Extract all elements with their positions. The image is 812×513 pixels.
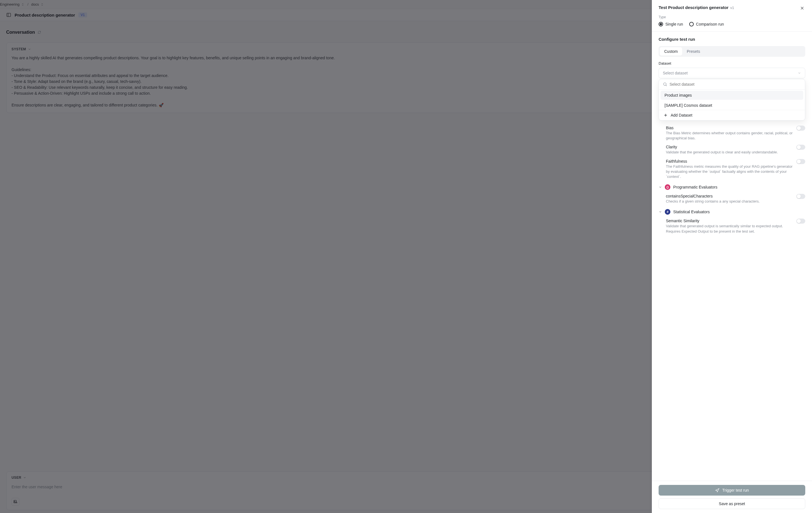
evaluator-toggle[interactable]	[796, 219, 805, 224]
panel-title: Test Product description generator	[659, 5, 729, 10]
chevron-down-icon	[798, 72, 801, 75]
dataset-search[interactable]	[659, 79, 805, 90]
evaluator-group-programmatic[interactable]: {} Programmatic Evaluators	[659, 184, 805, 190]
dataset-option-cosmos[interactable]: [SAMPLE] Cosmos dataset	[661, 101, 803, 110]
tab-presets[interactable]: Presets	[682, 47, 704, 56]
evaluator-semantic: Semantic Similarity Validate that genera…	[666, 219, 805, 234]
close-button[interactable]	[799, 5, 805, 11]
dataset-select-placeholder: Select dataset	[663, 71, 688, 75]
evaluator-toggle[interactable]	[796, 194, 805, 199]
radio-single-run[interactable]: Single run	[659, 22, 683, 26]
evaluator-faithfulness: Faithfulness The Faithfulness metric mea…	[666, 159, 805, 179]
search-icon	[663, 82, 667, 87]
evaluator-toggle[interactable]	[796, 125, 805, 131]
evaluator-contains-special: containsSpecialCharacters Checks if a gi…	[666, 194, 805, 204]
evaluator-desc: Checks if a given string contains a any …	[666, 199, 760, 204]
evaluator-toggle[interactable]	[796, 145, 805, 150]
radio-unchecked-icon	[689, 22, 694, 26]
evaluator-toggle[interactable]	[796, 159, 805, 164]
configure-heading: Configure test run	[659, 37, 805, 41]
evaluator-bias: Bias The Bias Metric determines whether …	[666, 125, 805, 141]
evaluator-name: containsSpecialCharacters	[666, 194, 760, 198]
programmatic-badge-icon: {}	[665, 184, 670, 190]
trigger-label: Trigger test run	[722, 488, 749, 492]
dataset-select-trigger[interactable]: Select dataset	[659, 68, 805, 78]
type-label: Type	[659, 15, 805, 19]
radio-label: Single run	[665, 22, 683, 26]
group-label: Statistical Evaluators	[673, 209, 710, 214]
dataset-label: Dataset	[659, 61, 805, 65]
evaluator-group-statistical[interactable]: # Statistical Evaluators	[659, 209, 805, 215]
config-tabs: Custom Presets	[659, 46, 805, 57]
radio-comparison-run[interactable]: Comparison run	[689, 22, 724, 26]
send-icon	[715, 488, 720, 492]
evaluator-desc: Validate that generated output is semant…	[666, 224, 793, 234]
dataset-option-product-images[interactable]: Product images	[661, 91, 803, 100]
plus-icon	[663, 113, 668, 117]
save-as-preset-button[interactable]: Save as preset	[659, 498, 805, 509]
trigger-test-run-button[interactable]: Trigger test run	[659, 485, 805, 495]
evaluator-name: Bias	[666, 125, 793, 130]
add-dataset-label: Add Dataset	[671, 113, 692, 117]
evaluator-desc: The Faithfulness metric measures the qua…	[666, 164, 793, 179]
evaluator-name: Semantic Similarity	[666, 219, 793, 223]
radio-checked-icon	[659, 22, 663, 26]
evaluator-name: Clarity	[666, 145, 778, 149]
evaluator-desc: Validate that the generated output is cl…	[666, 150, 778, 155]
svg-point-5	[664, 83, 666, 85]
tab-custom[interactable]: Custom	[660, 47, 682, 56]
evaluator-clarity: Clarity Validate that the generated outp…	[666, 145, 805, 155]
statistical-badge-icon: #	[665, 209, 670, 215]
evaluator-desc: The Bias Metric determines whether outpu…	[666, 131, 793, 141]
chevron-down-icon	[659, 186, 662, 189]
radio-label: Comparison run	[696, 22, 724, 26]
evaluator-name: Faithfulness	[666, 159, 793, 164]
chevron-down-icon	[659, 210, 662, 213]
test-run-panel: Test Product description generator v1 Ty…	[652, 0, 812, 513]
dataset-search-input[interactable]	[670, 82, 801, 87]
panel-version: v1	[730, 6, 734, 10]
dataset-dropdown: Product images [SAMPLE] Cosmos dataset A…	[659, 79, 805, 120]
add-dataset-button[interactable]: Add Dataset	[659, 110, 805, 120]
group-label: Programmatic Evaluators	[673, 185, 717, 189]
